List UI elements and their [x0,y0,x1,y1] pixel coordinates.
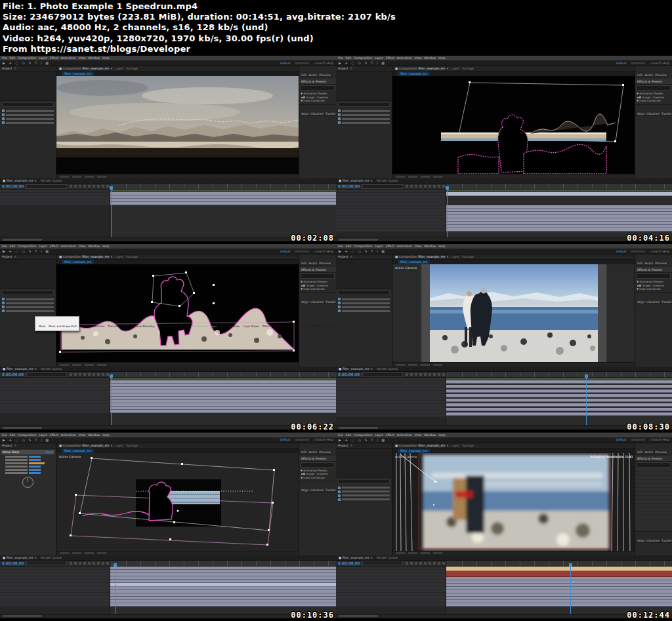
layer-name-rows[interactable] [336,567,446,607]
layer-name-column[interactable] [0,190,110,237]
context-menu-item[interactable]: Frame Blending [131,325,154,328]
context-menu-item[interactable]: Open [324,325,334,328]
context-menu-item[interactable]: Blending Mode [217,325,240,328]
layer-bar-lav[interactable] [446,394,672,397]
render-queue-tab[interactable]: Render Queue [41,556,62,559]
menu-item[interactable]: Composition [18,433,36,437]
context-menu-item[interactable]: Effect [259,325,270,328]
panel-menu-icon[interactable]: ≡ [14,67,16,70]
workspace-others[interactable] [295,439,309,441]
dock-panel-row[interactable]: Audio [643,449,654,454]
menu-item[interactable]: Layer [375,56,383,60]
playhead[interactable] [111,190,112,237]
project-item-list[interactable] [0,108,56,127]
dock-panel-row[interactable]: Tracker [660,538,672,543]
dock-panel-row[interactable]: Audio [307,72,318,77]
time-ruler[interactable] [112,561,336,566]
viewer-toolbar[interactable] [392,174,635,178]
menu-item[interactable]: Composition [354,244,372,249]
viewer-toolbar[interactable] [56,174,299,178]
render-queue-tab[interactable]: Render Queue [377,367,398,371]
context-menu-item[interactable]: Switches [90,325,105,328]
tab-footage[interactable]: Footage [126,255,138,258]
presets-tree[interactable]: ▼ Animation Presets ▶Image - Creative ▼ … [299,279,336,293]
menu-item[interactable]: View [79,433,86,437]
comp-subtab[interactable]: filter_example_ste [62,260,94,264]
menu-item[interactable]: View [415,244,422,249]
search-help-box[interactable]: ⌕ Search Help [313,250,333,253]
dock-panel-row[interactable]: Align [299,111,308,116]
workspace-selector[interactable]: Default [280,62,290,65]
dock-panel-row[interactable]: Tracker [324,111,336,116]
timeline-search-input[interactable] [362,372,403,377]
menu-item[interactable]: Layer [39,56,47,60]
project-item-list[interactable] [336,296,392,315]
dock-panel-row[interactable]: Info [299,449,307,454]
dock-panel-row[interactable]: Audio [643,72,654,77]
menu-item[interactable]: Window [425,433,436,437]
current-timecode[interactable]: 0:00:00:00 [0,184,26,188]
layer-bar-lav[interactable] [446,403,672,407]
timeline-scrollbar[interactable] [3,427,42,429]
playhead[interactable] [115,567,116,614]
layer-name-rows[interactable] [336,190,446,231]
tab-composition[interactable]: ■ Composition filter_example_ste × [59,444,113,447]
toolbar-icons[interactable]: ▶ ✛ ◌ ▭ ✎ T ∕ ▦ [3,249,50,253]
menu-item[interactable]: Edit [346,56,352,60]
timeline-comp-tab[interactable]: ■ filter_example_ste × [3,367,37,371]
tab-composition[interactable]: ■ Composition filter_example_ste × [395,444,449,447]
render-queue-tab[interactable]: Render Queue [41,179,62,182]
app-menubar[interactable]: FileEditCompositionLayerEffectAnimationV… [336,244,672,249]
timeline-column-icons[interactable] [70,373,110,376]
effects-presets-header[interactable]: Effects & Presets [635,456,672,462]
tab-footage[interactable]: Footage [126,67,138,70]
current-timecode[interactable]: 0:00:00:00 [336,184,362,188]
timeline-column-icons[interactable] [406,562,446,565]
menu-item[interactable]: Composition [18,56,36,60]
timeline-search-input[interactable] [362,561,403,565]
dock-panel-row[interactable]: Libraries [308,487,323,492]
context-menu-item[interactable]: Quality [77,325,89,328]
layer-bar-lav[interactable] [446,412,672,416]
presets-tree[interactable]: ▼ Animation Presets ▶Image - Creative ▼ … [635,91,672,105]
toolbar-icons[interactable]: ▶ ✛ ◌ ▭ ✎ T ∕ ▦ [339,249,386,253]
menu-item[interactable]: Layer [39,244,47,249]
dock-panel-row[interactable]: Info [635,72,643,77]
effect-name[interactable]: Wave Warp [3,451,19,454]
menu-item[interactable]: Edit [10,433,16,437]
menu-item[interactable]: File [2,56,7,60]
menu-item[interactable]: Effect [50,433,58,437]
workspace-selector[interactable]: Default [280,438,290,441]
layer-bar-area[interactable] [110,190,336,237]
menu-item[interactable]: Edit [10,244,16,249]
dock-panel-row[interactable]: Info [299,260,307,266]
layer-name-rows[interactable] [0,567,110,607]
menu-item[interactable]: Effect [386,433,394,437]
dock-panel-row[interactable]: Align [635,111,644,116]
context-menu-item[interactable]: Guide Layer [169,325,188,328]
dock-panel-row[interactable]: Info [299,72,307,77]
time-ruler[interactable] [112,184,336,189]
playhead[interactable] [111,378,112,425]
effects-search-input[interactable] [301,85,335,90]
dock-panel-row[interactable]: Align [299,487,308,492]
dock-panel-row[interactable]: Tracker [324,299,336,304]
menu-item[interactable]: Animation [397,244,412,249]
dock-panel-row[interactable]: Tracker [324,487,336,492]
workspace-others[interactable] [631,439,645,441]
menu-item[interactable]: Effect [386,244,394,249]
layer-bar-lav[interactable] [446,408,672,411]
dock-panel-row[interactable]: Info [635,260,643,266]
project-search-input[interactable] [338,479,390,484]
app-menubar[interactable]: FileEditCompositionLayerEffectAnimationV… [336,433,672,437]
layer-name-column[interactable] [0,567,110,614]
project-search-input[interactable] [2,102,54,107]
menu-item[interactable]: Window [425,244,436,249]
menu-item[interactable]: File [338,244,343,249]
tab-layer[interactable]: Layer [116,67,124,70]
menu-item[interactable]: Edit [346,433,352,437]
timeline-scrollbar[interactable] [339,239,378,241]
app-menubar[interactable]: FileEditCompositionLayerEffectAnimationV… [336,56,672,60]
project-item-list[interactable] [336,485,392,504]
layer-bar-lav[interactable] [446,390,672,393]
